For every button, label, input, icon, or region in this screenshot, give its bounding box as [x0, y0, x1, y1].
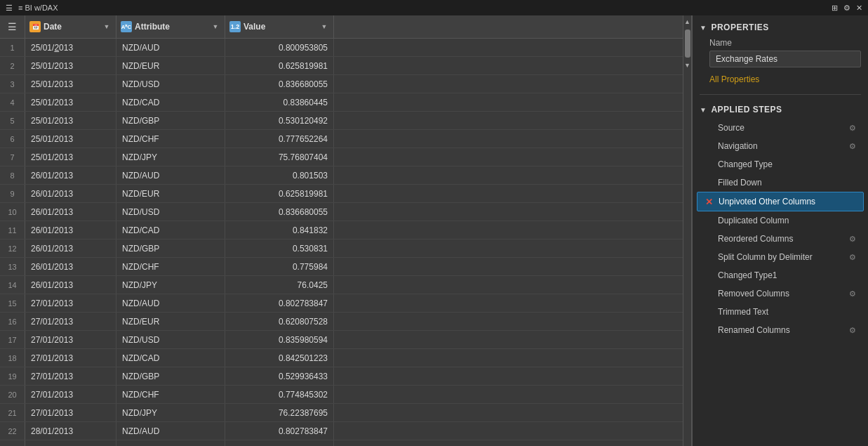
row-number: 22 — [0, 422, 25, 440]
step-item-filled-down[interactable]: Filled Down — [697, 173, 864, 192]
all-properties-link[interactable]: All Properties — [693, 72, 868, 91]
row-number: 4 — [0, 93, 25, 111]
row-number: 7 — [0, 148, 25, 166]
settings-icon[interactable]: ⚙ — [843, 4, 850, 13]
value-column-header[interactable]: 1.2 Value ▼ — [225, 15, 334, 38]
step-settings-icon[interactable]: ⚙ — [847, 251, 858, 263]
table-row[interactable]: 1827/01/2013NZD/CAD0.842501223 — [0, 349, 683, 367]
table-row[interactable]: 2328/01/2013NZD/EUR0.620807528 — [0, 440, 683, 446]
prop-name-value[interactable]: Exchange Rates — [709, 51, 861, 67]
monitor-icon[interactable]: ⊞ — [832, 4, 838, 13]
step-label: Source — [718, 123, 745, 133]
table-menu-icon[interactable]: ☰ — [8, 21, 17, 32]
table-row[interactable]: 1927/01/2013NZD/GBP0.529936433 — [0, 367, 683, 386]
step-settings-icon[interactable]: ⚙ — [847, 233, 858, 244]
attribute-cell: NZD/AUD — [116, 166, 225, 184]
table-row[interactable]: 625/01/2013NZD/CHF0.777652264 — [0, 130, 683, 148]
date-cell: 25/01/2013 — [25, 93, 116, 111]
app-menu-icon[interactable]: ☰ — [6, 4, 13, 13]
scroll-up-arrow[interactable]: ▲ — [684, 17, 691, 27]
properties-divider — [700, 94, 861, 95]
table-row[interactable]: 1326/01/2013NZD/CHF0.775984 — [0, 258, 683, 276]
attribute-cell: NZD/GBP — [116, 367, 225, 385]
date-dropdown-icon[interactable]: ▼ — [102, 22, 112, 32]
value-cell: 0.620807528 — [225, 313, 334, 330]
applied-steps-title: APPLIED STEPS — [711, 105, 782, 114]
table-row[interactable]: 826/01/2013NZD/AUD0.801503 — [0, 166, 683, 185]
attribute-type-icon: AᴮC — [121, 21, 132, 32]
close-icon[interactable]: ✕ — [856, 4, 862, 13]
row-number: 13 — [0, 258, 25, 275]
table-row[interactable]: 1627/01/2013NZD/EUR0.620807528 — [0, 313, 683, 331]
step-item-trimmed-text[interactable]: Trimmed Text — [697, 303, 864, 321]
applied-steps-triangle[interactable]: ▼ — [700, 106, 707, 114]
table-row[interactable]: 725/01/2013NZD/JPY75.76807404 — [0, 148, 683, 166]
attribute-cell: NZD/JPY — [116, 404, 225, 421]
attribute-column-label: Attribute — [135, 22, 170, 32]
step-label: Renamed Columns — [718, 325, 790, 335]
step-item-navigation[interactable]: Navigation⚙ — [697, 137, 864, 155]
row-number: 3 — [0, 75, 25, 93]
row-number: 8 — [0, 166, 25, 184]
properties-title: PROPERTIES — [711, 22, 768, 32]
date-cell: 26/01/2013 — [25, 221, 116, 239]
row-number: 17 — [0, 331, 25, 348]
step-empty-icon — [702, 251, 714, 263]
value-cell: 0.620807528 — [225, 440, 334, 446]
date-cell: 26/01/2013 — [25, 185, 116, 202]
step-settings-icon[interactable]: ⚙ — [847, 122, 858, 133]
step-item-renamed-columns[interactable]: Renamed Columns⚙ — [697, 321, 864, 339]
table-row[interactable]: 1226/01/2013NZD/GBP0.530831 — [0, 240, 683, 258]
value-cell: 0.530831 — [225, 240, 334, 257]
date-cell: 27/01/2013 — [25, 331, 116, 348]
table-row[interactable]: 125/01/2013NZD/AUD0.800953805 — [0, 39, 683, 57]
row-number: 20 — [0, 386, 25, 403]
table-row[interactable]: 1026/01/2013NZD/USD0.836680055 — [0, 203, 683, 221]
attribute-column-header[interactable]: AᴮC Attribute ▼ — [116, 15, 225, 38]
step-item-source[interactable]: Source⚙ — [697, 119, 864, 137]
value-cell: 76.0425 — [225, 276, 334, 294]
main-layout: ☰ 📅 Date ▼ AᴮC Attribute ▼ 1.2 Value ▼ 1… — [0, 15, 868, 446]
value-cell: 0.842501223 — [225, 349, 334, 367]
table-row[interactable]: 2027/01/2013NZD/CHF0.774845302 — [0, 386, 683, 404]
step-empty-icon — [702, 177, 714, 188]
table-row[interactable]: 225/01/2013NZD/EUR0.625819981 — [0, 57, 683, 75]
attribute-cell: NZD/CHF — [116, 130, 225, 147]
step-settings-icon[interactable]: ⚙ — [847, 140, 858, 152]
step-settings-icon[interactable]: ⚙ — [847, 288, 858, 299]
step-item-removed-columns[interactable]: Removed Columns⚙ — [697, 284, 864, 303]
scroll-thumb[interactable] — [685, 29, 690, 58]
table-row[interactable]: 525/01/2013NZD/GBP0.530120492 — [0, 112, 683, 130]
step-item-changed-type1[interactable]: Changed Type1 — [697, 266, 864, 284]
row-number: 15 — [0, 294, 25, 312]
value-type-icon: 1.2 — [229, 21, 241, 32]
attribute-dropdown-icon[interactable]: ▼ — [211, 22, 220, 32]
step-settings-icon[interactable]: ⚙ — [847, 324, 858, 336]
table-row[interactable]: 325/01/2013NZD/USD0.836680055 — [0, 75, 683, 93]
table-row[interactable]: 926/01/2013NZD/EUR0.625819981 — [0, 185, 683, 203]
date-cell: 27/01/2013 — [25, 294, 116, 312]
table-row[interactable]: 2228/01/2013NZD/AUD0.802783847 — [0, 422, 683, 440]
table-row[interactable]: 1727/01/2013NZD/USD0.835980594 — [0, 331, 683, 349]
step-item-duplicated-column[interactable]: Duplicated Column — [697, 211, 864, 230]
date-column-header[interactable]: 📅 Date ▼ — [25, 15, 116, 38]
properties-triangle[interactable]: ▼ — [700, 24, 707, 32]
step-item-reordered-columns[interactable]: Reordered Columns⚙ — [697, 230, 864, 248]
table-row[interactable]: 1426/01/2013NZD/JPY76.0425 — [0, 276, 683, 294]
value-cell: 0.625819981 — [225, 57, 334, 74]
step-item-changed-type[interactable]: Changed Type — [697, 155, 864, 173]
table-row[interactable]: 1527/01/2013NZD/AUD0.802783847 — [0, 294, 683, 313]
table-row[interactable]: 425/01/2013NZD/CAD0.83860445 — [0, 93, 683, 112]
scroll-track[interactable]: ▲ ▼ — [683, 15, 691, 446]
step-item-split-column[interactable]: Split Column by Delimiter⚙ — [697, 248, 864, 266]
value-dropdown-icon[interactable]: ▼ — [319, 22, 329, 32]
table-row[interactable]: 1126/01/2013NZD/CAD0.841832 — [0, 221, 683, 240]
value-cell: 0.83860445 — [225, 93, 334, 111]
attribute-cell: NZD/USD — [116, 331, 225, 348]
scroll-down-arrow[interactable]: ▼ — [684, 60, 691, 70]
value-cell: 75.76807404 — [225, 148, 334, 166]
table-row[interactable]: 2127/01/2013NZD/JPY76.22387695 — [0, 404, 683, 422]
step-item-unpivoted-other-columns[interactable]: ✕Unpivoted Other Columns — [697, 192, 864, 211]
step-label: Split Column by Delimiter — [718, 252, 813, 262]
date-cell: 25/01/2013 — [25, 112, 116, 129]
